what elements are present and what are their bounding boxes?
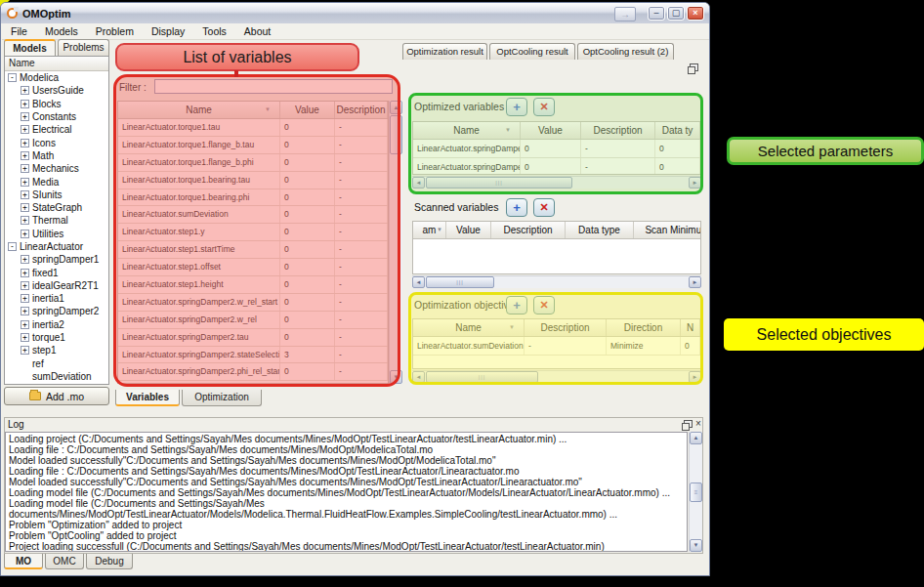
tree-item[interactable]: springDamper2 (5, 305, 108, 317)
expander-icon[interactable] (21, 294, 29, 303)
table-row[interactable]: LinearActuator.springDamper2.stateSelect… (118, 347, 388, 364)
table-row[interactable]: LinearActuator.torque1.bearing.phi 0 - (118, 189, 388, 207)
expander-icon[interactable] (21, 269, 29, 277)
column-header[interactable]: Description (581, 122, 655, 139)
tab-models[interactable]: Models (4, 39, 56, 56)
expander-icon[interactable] (21, 216, 29, 225)
tree-item[interactable]: inertia2 (5, 318, 108, 331)
optimized-hscrollbar[interactable]: ◄ ||| ► (412, 176, 701, 189)
tab-problems[interactable]: Problems (58, 39, 109, 56)
scroll-right-icon[interactable]: ► (689, 177, 701, 189)
expander-icon[interactable] (21, 320, 29, 329)
tree-item[interactable]: Math (5, 149, 108, 162)
expander-icon[interactable] (8, 73, 17, 82)
scrollbar-thumb[interactable]: ≡ (690, 482, 702, 502)
tree-item[interactable]: torque1 (5, 331, 108, 344)
expander-icon[interactable] (21, 112, 29, 121)
menu-item[interactable]: Problem (87, 25, 143, 37)
remove-optimized-variable-button[interactable]: ✕ (533, 98, 555, 116)
column-header[interactable]: Description (335, 102, 388, 118)
column-header[interactable]: Scan Minimum (634, 222, 701, 238)
table-row[interactable]: LinearActuator.step1.offset 0 - (118, 259, 388, 276)
menu-item[interactable]: Display (143, 25, 193, 37)
expander-icon[interactable] (21, 100, 29, 108)
maximize-button[interactable]: ▢ (667, 6, 685, 21)
tree-item[interactable]: ref (5, 357, 108, 370)
column-header[interactable]: Value (446, 222, 491, 238)
expander-icon[interactable] (21, 333, 29, 342)
table-row[interactable]: LinearActuator.step1.startTime 0 - (118, 241, 388, 259)
add-scanned-variable-button[interactable]: + (506, 198, 527, 217)
scanned-hscrollbar[interactable]: ◄ ||| ► (412, 275, 701, 288)
titlebar[interactable]: OMOptim → – ▢ × (1, 3, 709, 23)
table-row[interactable]: LinearActuator.step1.height 0 - (118, 276, 388, 294)
table-row[interactable]: LinearActuator.torque1.bearing.tau 0 - (118, 172, 388, 189)
menu-item[interactable]: About (235, 25, 279, 37)
table-row[interactable]: LinearActuator.springDamper2.d 0 - 0 (413, 140, 700, 158)
expander-icon[interactable] (21, 86, 29, 95)
close-button[interactable]: × (687, 6, 704, 21)
table-row[interactable]: LinearActuator.springDamper2.tau 0 - (118, 329, 388, 347)
table-row[interactable]: LinearActuator.springDamper2.phi_rel_sta… (118, 363, 388, 381)
tab-optcooling-result-2[interactable]: OptCooling result (2) (577, 43, 674, 60)
tree-item[interactable]: Modelica (5, 71, 108, 84)
table-row[interactable]: LinearActuator.sumDeviation 0 - (118, 206, 388, 224)
column-header[interactable]: Description (525, 319, 607, 336)
expander-icon[interactable] (21, 178, 29, 187)
expander-icon[interactable] (21, 151, 29, 160)
expander-icon[interactable] (21, 346, 29, 355)
scroll-up-icon[interactable]: ▲ (390, 101, 402, 114)
remove-scanned-variable-button[interactable]: ✕ (533, 198, 555, 217)
float-panel-icon[interactable] (690, 63, 698, 71)
tree-item[interactable]: StateGraph (5, 201, 108, 214)
scroll-up-icon[interactable]: ▲ (690, 432, 702, 444)
objectives-hscrollbar[interactable]: ◄ ||| ► (412, 370, 701, 383)
scroll-left-icon[interactable]: ◄ (412, 177, 425, 189)
add-optimized-variable-button[interactable]: + (506, 98, 527, 116)
expander-icon[interactable] (21, 139, 29, 147)
tab-optimization-result[interactable]: Optimization result (402, 43, 487, 60)
scroll-right-icon[interactable]: ► (689, 371, 701, 383)
tab-variables[interactable]: Variables (115, 390, 180, 406)
column-header[interactable]: Description (491, 222, 566, 238)
table-row[interactable]: LinearActuator.springDamper2.w_rel 0 - (118, 312, 388, 329)
table-row[interactable]: LinearActuator.springDamper1.d 0 - 0 (413, 158, 700, 175)
table-row[interactable]: LinearActuator.step1.y 0 - (118, 224, 388, 241)
expander-icon[interactable] (21, 281, 29, 290)
tree-item[interactable]: springDamper1 (5, 253, 108, 266)
tree-item[interactable]: Media (5, 175, 108, 188)
tree-item[interactable]: fixed1 (5, 266, 108, 278)
tree-item[interactable]: UsersGuide (5, 84, 108, 97)
column-header[interactable]: N (681, 319, 700, 336)
column-header[interactable]: Data type (566, 222, 634, 238)
table-row[interactable]: LinearActuator.springDamper2.w_rel_start… (118, 294, 388, 312)
menu-item[interactable]: Tools (193, 25, 235, 37)
tab-omc[interactable]: OMC (45, 554, 84, 569)
menu-item[interactable]: File (2, 25, 36, 37)
expander-icon[interactable] (21, 190, 29, 199)
column-header[interactable]: Direction (607, 319, 681, 336)
tree-item[interactable]: Icons (5, 136, 108, 148)
scroll-down-icon[interactable]: ▼ (390, 370, 402, 384)
expander-icon[interactable] (21, 307, 29, 315)
log-scrollbar[interactable]: ▲ ≡ ▼ (689, 432, 702, 552)
menu-item[interactable]: Models (36, 25, 87, 37)
expander-icon[interactable] (8, 242, 17, 251)
scroll-down-icon[interactable]: ▼ (690, 539, 702, 552)
close-log-icon[interactable]: × (695, 418, 701, 429)
tree-item[interactable]: SIunits (5, 189, 108, 201)
tree-item[interactable]: sumDeviation (5, 370, 108, 383)
tree-item[interactable]: Utilities (5, 228, 108, 240)
tree-item[interactable]: Constants (5, 110, 108, 123)
tab-optcooling-result[interactable]: OptCooling result (489, 43, 575, 60)
expander-icon[interactable] (21, 255, 29, 264)
scrollbar-thumb[interactable] (390, 115, 402, 154)
variables-scrollbar[interactable]: ▲ ▼ (389, 101, 402, 384)
tab-debug[interactable]: Debug (86, 554, 133, 569)
table-row[interactable]: LinearActuator.torque1.tau 0 - (118, 119, 388, 137)
expander-icon[interactable] (21, 164, 29, 173)
expander-icon[interactable] (21, 203, 29, 212)
table-row[interactable]: LinearActuator.torque1.flange_b.phi 0 - (118, 154, 388, 172)
column-header[interactable]: Value (521, 122, 581, 139)
scrollbar-thumb[interactable]: ||| (426, 371, 538, 383)
